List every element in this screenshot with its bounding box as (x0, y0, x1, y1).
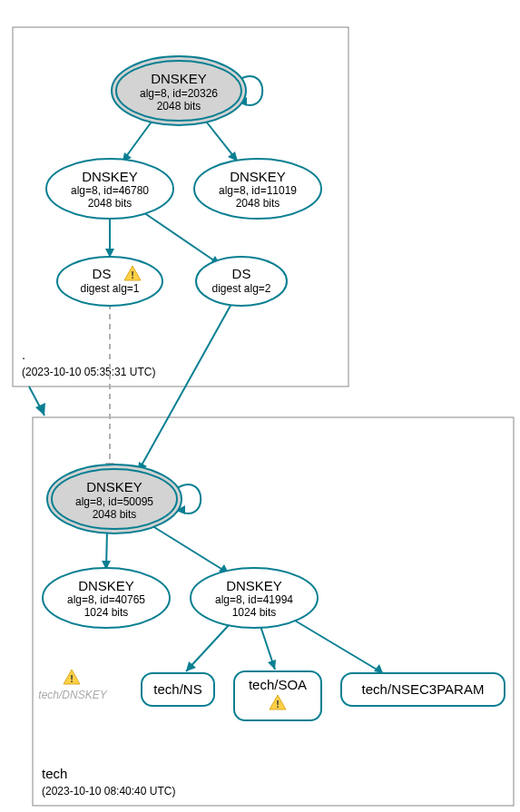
tech-nsec3-label: tech/NSEC3PARAM (362, 681, 485, 697)
edge-zskr-to-nsec3 (295, 621, 383, 673)
root-zsk-l-title: DNSKEY (82, 169, 138, 184)
tech-zsk-r-sub1: alg=8, id=41994 (215, 593, 293, 606)
node-root-zsk-right: DNSKEY alg=8, id=11019 2048 bits (194, 159, 321, 219)
edge-techksk-to-zskr (150, 524, 229, 573)
arrow-zskr-to-soa (268, 660, 276, 670)
tech-zsk-r-sub2: 1024 bits (232, 606, 277, 619)
dnssec-graph: . (2023-10-10 05:35:31 UTC) tech (2023-1… (0, 0, 520, 812)
arrow-zone-root-to-tech (35, 403, 45, 416)
node-tech-zsk-right: DNSKEY alg=8, id=41994 1024 bits (191, 568, 318, 628)
tech-ns-label: tech/NS (153, 681, 201, 697)
root-zsk-l-sub2: 2048 bits (88, 197, 132, 210)
edge-zskr-to-ns (186, 624, 230, 671)
node-ds1: DS digest alg=1 ! (57, 257, 162, 306)
edge-rootzskl-to-ds2 (141, 210, 221, 265)
zone-label-root: . (22, 347, 25, 362)
ds2-sub: digest alg=2 (211, 282, 270, 295)
edge-ds2-to-techksk (138, 304, 231, 472)
ds1-sub: digest alg=1 (80, 282, 139, 295)
tech-ksk-sub2: 2048 bits (93, 508, 137, 521)
svg-text:!: ! (276, 699, 280, 709)
zone-ts-root: (2023-10-10 05:35:31 UTC) (22, 366, 155, 378)
tech-zsk-l-sub1: alg=8, id=40765 (67, 593, 145, 606)
node-root-zsk-left: DNSKEY alg=8, id=46780 2048 bits (46, 159, 173, 219)
tech-zsk-l-sub2: 1024 bits (84, 606, 129, 619)
ds1-title: DS (93, 266, 112, 281)
ds2-title: DS (232, 266, 251, 281)
svg-point-7 (196, 257, 287, 306)
node-tech-ns: tech/NS (142, 673, 214, 706)
tech-zsk-r-title: DNSKEY (226, 578, 282, 593)
tech-dnskey-dim-label: tech/DNSKEY (38, 689, 107, 701)
tech-ksk-sub1: alg=8, id=50095 (75, 495, 153, 508)
svg-point-4 (57, 257, 162, 306)
root-ksk-title: DNSKEY (151, 71, 207, 86)
warning-icon: ! (64, 670, 80, 684)
root-ksk-sub2: 2048 bits (157, 100, 201, 113)
root-zsk-r-sub2: 2048 bits (236, 197, 280, 210)
node-ds2: DS digest alg=2 (196, 257, 287, 306)
node-tech-soa: tech/SOA ! (234, 671, 321, 720)
root-zsk-l-sub1: alg=8, id=46780 (71, 184, 149, 197)
node-tech-dnskey-dim: ! tech/DNSKEY (38, 670, 107, 701)
root-zsk-r-sub1: alg=8, id=11019 (219, 184, 297, 197)
node-root-ksk: DNSKEY alg=8, id=20326 2048 bits (112, 56, 246, 125)
node-tech-ksk: DNSKEY alg=8, id=50095 2048 bits (47, 465, 182, 533)
tech-zsk-l-title: DNSKEY (78, 578, 134, 593)
root-ksk-sub1: alg=8, id=20326 (140, 87, 218, 100)
zone-label-tech: tech (42, 766, 67, 781)
svg-text:!: ! (70, 673, 74, 684)
zone-ts-tech: (2023-10-10 08:40:40 UTC) (42, 785, 175, 797)
node-tech-nsec3param: tech/NSEC3PARAM (341, 673, 505, 706)
node-tech-zsk-left: DNSKEY alg=8, id=40765 1024 bits (43, 568, 170, 628)
root-zsk-r-title: DNSKEY (230, 169, 286, 184)
tech-soa-label: tech/SOA (249, 677, 307, 692)
svg-text:!: ! (131, 269, 134, 280)
tech-ksk-title: DNSKEY (86, 479, 142, 494)
